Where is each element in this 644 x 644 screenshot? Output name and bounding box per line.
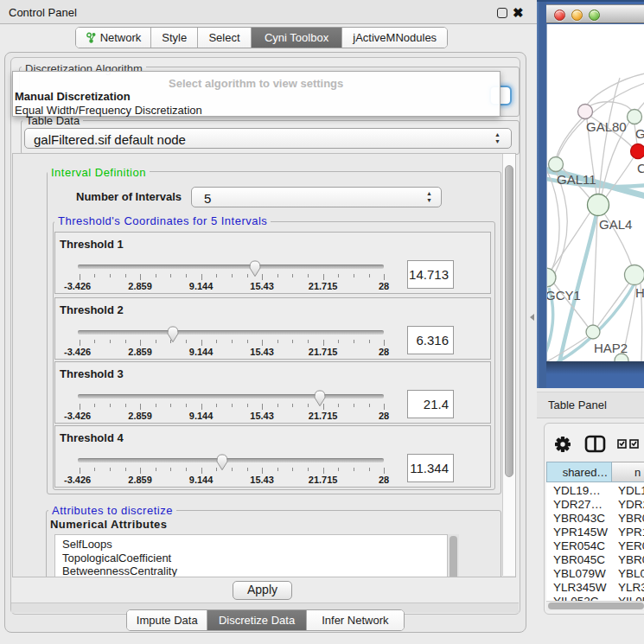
svg-text:G.: G. — [635, 126, 644, 141]
svg-text:GAL4: GAL4 — [599, 217, 632, 232]
svg-text:GCY1: GCY1 — [547, 288, 581, 303]
svg-text:HAP2: HAP2 — [594, 341, 628, 355]
svg-text:C.: C. — [637, 161, 644, 175]
svg-text:GAL80: GAL80 — [586, 119, 627, 134]
svg-text:GAL11: GAL11 — [557, 172, 596, 187]
svg-text:H: H — [635, 285, 644, 300]
